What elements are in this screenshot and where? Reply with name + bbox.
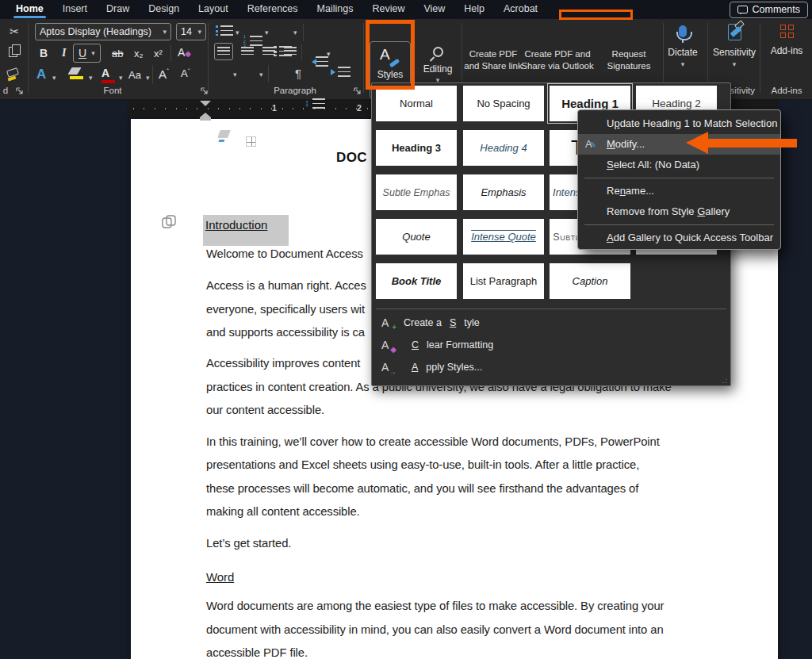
menu-item-text-post: elect All: (No Data)	[614, 159, 699, 170]
gallery-command-s[interactable]: A+Create a Style	[381, 315, 480, 331]
tab-view[interactable]: View	[414, 0, 454, 19]
addins-label: Add-ins	[771, 45, 803, 56]
sensitivity-button[interactable]: Sensitivity ▾	[713, 24, 756, 68]
align-left-icon[interactable]	[217, 47, 230, 57]
highlight-color-button[interactable]	[70, 67, 83, 79]
comment-bubble-icon	[737, 6, 748, 13]
copilot-margin-icon[interactable]	[161, 214, 177, 230]
strikethrough-button[interactable]: ab	[112, 48, 123, 59]
ruler-number: 2	[357, 103, 362, 113]
create-pdf-outlook-label2[interactable]: Share via Outlook	[521, 61, 593, 71]
menu-item-text-post: dd Gallery to Quick Access Toolbar	[614, 232, 773, 243]
create-pdf-share-link-label2[interactable]: and Share link	[464, 61, 523, 71]
tab-references[interactable]: References	[238, 0, 308, 19]
style-tile-list-paragraph[interactable]: List Paragraph	[463, 263, 544, 299]
tab-draw[interactable]: Draw	[97, 0, 139, 19]
command-text-key: A	[412, 362, 418, 373]
style-tile-normal[interactable]: Normal	[376, 86, 457, 121]
document-text-line: these processes will become automatic, a…	[206, 482, 638, 495]
bold-button[interactable]: B	[40, 48, 48, 59]
cut-icon[interactable]: ✂	[10, 25, 20, 39]
clear-formatting-icon: A◆	[381, 339, 396, 351]
context-menu-item-update[interactable]: Update Heading 1 to Match Selection	[578, 113, 780, 134]
tab-review[interactable]: Review	[362, 0, 414, 19]
style-tile-intense-quote[interactable]: Intense Quote	[463, 219, 544, 255]
superscript-button[interactable]: x²	[154, 48, 163, 59]
pilcrow-button[interactable]: ¶	[295, 67, 301, 79]
menu-item-text-pre: U	[607, 117, 614, 129]
menu-item-text-pre: Remove from Style	[607, 205, 697, 217]
borders-icon[interactable]	[246, 136, 256, 147]
paragraph-dialog-launcher[interactable]	[354, 87, 362, 95]
text-effects-button[interactable]: A	[36, 67, 46, 81]
resize-grip-icon[interactable]: .:	[722, 377, 728, 385]
comments-button[interactable]: Comments	[730, 2, 808, 18]
ruler-number: 1	[272, 103, 277, 113]
style-tile-emphasis[interactable]: Emphasis	[463, 174, 544, 210]
numbered-list-icon[interactable]	[250, 36, 262, 46]
tab-design[interactable]: Design	[139, 0, 189, 19]
underline-button[interactable]: U ▾	[73, 44, 101, 63]
font-size-combo[interactable]: 14 ▾	[176, 23, 206, 40]
context-menu-item-add[interactable]: Add Gallery to Quick Access Toolbar	[578, 228, 780, 248]
shrink-font-button[interactable]: Aˇ	[181, 68, 190, 79]
style-tile-subtle-emphas[interactable]: Subtle Emphas	[376, 174, 457, 210]
create-pdf-outlook-label1[interactable]: Create PDF and	[524, 49, 590, 59]
gallery-command-c[interactable]: A◆Clear Formatting	[381, 337, 493, 353]
underline-label: U	[79, 48, 86, 59]
editing-button[interactable]: Editing ▾	[419, 41, 457, 84]
copy-icon[interactable]	[9, 47, 17, 57]
line-spacing-icon[interactable]	[312, 98, 325, 109]
context-menu-item-select[interactable]: Select All: (No Data)	[578, 155, 780, 175]
clear-formatting-button[interactable]: A◆	[178, 47, 191, 58]
align-center-icon[interactable]	[241, 47, 254, 57]
chevron-down-icon: ▾	[163, 29, 167, 36]
clipboard-dialog-launcher[interactable]	[16, 87, 24, 95]
style-tile-heading-3[interactable]: Heading 3	[376, 130, 457, 166]
justify-icon[interactable]	[284, 47, 297, 57]
menu-tabs: HomeInsertDrawDesignLayoutReferencesMail…	[6, 0, 547, 19]
small-divider	[303, 24, 304, 41]
style-tile-no-spacing[interactable]: No Spacing	[463, 86, 544, 121]
small-divider	[152, 65, 153, 84]
font-color-button[interactable]: A	[102, 67, 115, 83]
sensitivity-icon	[728, 24, 741, 40]
italic-button[interactable]: I	[62, 48, 66, 59]
tab-layout[interactable]: Layout	[189, 0, 238, 19]
gallery-command-a[interactable]: A→Apply Styles...	[381, 359, 482, 375]
chevron-down-icon: ▾	[236, 29, 239, 36]
create-pdf-share-link-label1[interactable]: Create PDF	[469, 49, 518, 59]
increase-indent-icon[interactable]	[338, 67, 350, 77]
align-right-icon[interactable]	[262, 47, 275, 57]
comments-label: Comments	[753, 4, 800, 15]
tab-insert[interactable]: Insert	[53, 0, 97, 19]
font-name-value: Aptos Display (Headings)	[40, 26, 151, 37]
chevron-down-icon: ▾	[233, 71, 237, 79]
tab-mailings[interactable]: Mailings	[308, 0, 363, 19]
grow-font-button[interactable]: Aˆ	[159, 68, 169, 80]
format-painter-icon[interactable]	[7, 69, 18, 80]
style-tile-heading-4[interactable]: Heading 4	[463, 130, 544, 166]
indent-markers[interactable]	[200, 101, 211, 117]
menu-item-text-post: allery	[705, 205, 730, 217]
context-menu-item-rename[interactable]: Rename...	[578, 181, 780, 201]
tab-acrobat[interactable]: Acrobat	[494, 0, 547, 19]
menu-item-text-key: p	[614, 117, 619, 129]
font-name-combo[interactable]: Aptos Display (Headings) ▾	[35, 23, 171, 40]
context-menu-item-remove[interactable]: Remove from Style Gallery	[578, 201, 780, 222]
group-divider	[760, 23, 760, 93]
style-tile-caption[interactable]: Caption	[550, 263, 630, 299]
bullet-list-icon[interactable]	[220, 25, 233, 36]
tab-help[interactable]: Help	[454, 0, 494, 19]
small-divider	[268, 65, 269, 82]
request-signatures-label1[interactable]: Request	[612, 49, 646, 59]
dictate-button[interactable]: Dictate ▾	[665, 24, 701, 68]
addins-button[interactable]: Add-ins	[766, 25, 807, 56]
subscript-button[interactable]: x₂	[134, 48, 144, 59]
tab-home[interactable]: Home	[6, 0, 53, 19]
dictate-label: Dictate	[668, 47, 697, 58]
request-signatures-label2[interactable]: Signatures	[607, 61, 651, 71]
style-tile-book-title[interactable]: Book Title	[376, 263, 457, 299]
style-tile-quote[interactable]: Quote	[376, 219, 457, 255]
change-case-button[interactable]: Aa	[128, 70, 141, 80]
